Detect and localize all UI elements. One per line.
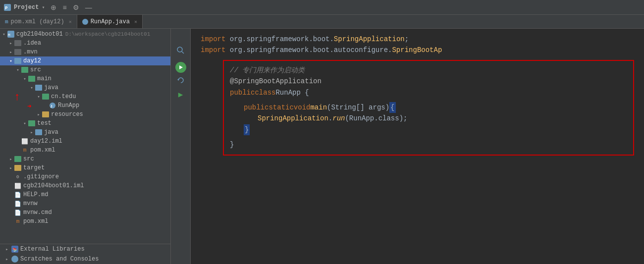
run-arrow-btn[interactable]: ▶ xyxy=(178,90,183,100)
minimize-btn[interactable]: — xyxy=(84,3,93,11)
tree-item-java[interactable]: ▾ java xyxy=(0,83,170,92)
java-icon xyxy=(82,19,88,25)
tree-item-main[interactable]: ▾ main xyxy=(0,74,170,83)
tree-item-mvnwcmd[interactable]: ▸ 📄 mvnw.cmd xyxy=(0,208,170,217)
pom-icon: m xyxy=(5,19,8,25)
rerun-button[interactable] xyxy=(176,76,185,85)
dot-text: . xyxy=(328,113,332,124)
tree-item-test[interactable]: ▾ test xyxy=(0,119,170,128)
title-bar: P Project ▾ ⊕ ≡ ⚙ — xyxy=(0,0,644,15)
tab-runapp[interactable]: RunApp.java ✕ xyxy=(77,15,143,28)
expand-all-btn[interactable]: ≡ xyxy=(61,3,67,11)
tab-pom-close[interactable]: ✕ xyxy=(69,19,72,25)
tree-item-target[interactable]: ▸ target xyxy=(0,163,170,172)
pom2-icon: m xyxy=(14,217,22,225)
editor-content: import org.springframework.boot.SpringAp… xyxy=(191,29,644,163)
gitignore-label: .gitignore xyxy=(23,173,59,180)
tree-item-root[interactable]: ▾ M cgb2104boot01 D:\workspace\cgb2104bo… xyxy=(0,30,170,39)
tree-item-pom2[interactable]: ▸ m pom.xml xyxy=(0,217,170,226)
tab-bar: m pom.xml (day12) ✕ RunApp.java ✕ xyxy=(0,15,644,29)
close-brace1-text: } xyxy=(244,124,250,135)
target-label: target xyxy=(23,164,45,171)
tab-pom[interactable]: m pom.xml (day12) ✕ xyxy=(0,15,77,28)
src2-arrow: ▸ xyxy=(8,157,14,162)
code-line-comment: // 专门用来作为启动类 xyxy=(230,65,627,76)
target-arrow: ▸ xyxy=(8,165,14,171)
tree-item-src[interactable]: ▾ src xyxy=(0,65,170,74)
day12-arrow: ▾ xyxy=(8,58,14,64)
sidebar-footer: ▸ 📚 External Libraries ▸ Scratches and C… xyxy=(0,244,170,264)
tree-item-cntedu[interactable]: ▾ cn.tedu ↑ xyxy=(0,92,170,101)
svg-text:M: M xyxy=(8,33,10,37)
mvn-folder-icon xyxy=(14,48,22,56)
scratches-icon xyxy=(11,256,18,263)
day12-label: day12 xyxy=(23,57,41,64)
scratches-item[interactable]: ▸ Scratches and Consoles xyxy=(0,254,170,264)
settings-btn[interactable]: ⚙ xyxy=(72,3,80,11)
mvnwcmd-label: mvnw.cmd xyxy=(23,209,52,216)
java2-folder-icon xyxy=(35,128,43,136)
day12iml-label: day12.iml xyxy=(30,138,62,145)
tree-item-runapp[interactable]: ▸ J RunApp ➜ xyxy=(0,101,170,110)
code-line-method: public static void main (String[] args) … xyxy=(230,102,627,113)
svg-point-8 xyxy=(177,47,182,52)
resources-arrow: ▸ xyxy=(36,112,42,117)
tree-item-pomxml[interactable]: ▸ m pom.xml xyxy=(0,146,170,155)
svg-line-9 xyxy=(182,52,184,53)
svg-text:📚: 📚 xyxy=(12,247,17,252)
java-label: java xyxy=(44,84,58,91)
tree-item-resources[interactable]: ▸ resources xyxy=(0,110,170,119)
external-libraries-item[interactable]: ▸ 📚 External Libraries xyxy=(0,244,170,254)
idea-label: .idea xyxy=(23,40,41,47)
resources-label: resources xyxy=(51,111,83,118)
dropdown-icon[interactable]: ▾ xyxy=(42,4,45,10)
close-brace2-text: } xyxy=(230,139,234,150)
tree-item-mvnw[interactable]: ▸ 📄 mvnw xyxy=(0,199,170,208)
pomxml-label: pom.xml xyxy=(30,147,55,154)
tab-runapp-close[interactable]: ✕ xyxy=(134,19,137,25)
run-icon xyxy=(178,65,183,70)
test-label: test xyxy=(37,120,52,127)
code-line-annotation: @SpringBootApplication xyxy=(230,76,627,87)
tree-item-java2[interactable]: ▸ java xyxy=(0,128,170,137)
tree-item-gitignore[interactable]: ▸ ⚙ .gitignore xyxy=(0,172,170,181)
java2-arrow: ▸ xyxy=(29,130,35,135)
project-tree: ▾ M cgb2104boot01 D:\workspace\cgb2104bo… xyxy=(0,29,170,244)
tree-item-idea[interactable]: ▸ .idea xyxy=(0,39,170,48)
tree-item-mvn[interactable]: ▸ .mvn xyxy=(0,48,170,56)
cgbiml-icon: ⬜ xyxy=(14,182,22,190)
root-label: cgb2104boot01 xyxy=(16,31,63,38)
tree-item-src2[interactable]: ▸ src xyxy=(0,155,170,163)
code-line-close2: } xyxy=(230,139,627,150)
code-line-empty2 xyxy=(230,135,627,139)
tree-item-cgbiml[interactable]: ▸ ⬜ cgb2104boot01.iml xyxy=(0,181,170,190)
target-folder-icon xyxy=(14,164,22,172)
code-line-import2: import org.springframework.boot.autoconf… xyxy=(201,45,634,55)
module-icon: M xyxy=(7,30,15,38)
root-path: D:\workspace\cgb2104boot01 xyxy=(65,31,151,37)
ext-libs-label: External Libraries xyxy=(20,246,85,253)
method-params-text: (String[] args) xyxy=(327,102,389,113)
tree-item-helpmd[interactable]: ▸ 📄 HELP.md xyxy=(0,190,170,199)
idea-arrow: ▸ xyxy=(8,41,14,46)
tree-item-day12iml[interactable]: ▸ ⬜ day12.iml xyxy=(0,137,170,146)
runapp-label: RunApp xyxy=(58,102,79,109)
helpmd-label: HELP.md xyxy=(23,191,48,198)
search-tool-btn[interactable] xyxy=(176,46,185,55)
open-brace: { xyxy=(389,102,395,113)
editor-area[interactable]: import org.springframework.boot.SpringAp… xyxy=(191,29,644,264)
tree-item-day12[interactable]: ▾ day12 xyxy=(0,56,170,65)
code-line-class: public class RunApp { xyxy=(230,87,627,98)
mvn-arrow: ▸ xyxy=(8,50,14,55)
run-button[interactable] xyxy=(175,62,186,73)
import2-text: import org.springframework.boot.autoconf… xyxy=(201,45,442,55)
cgbiml-label: cgb2104boot01.iml xyxy=(23,182,84,189)
code-line-close1: } xyxy=(230,124,627,135)
pomxml-icon: m xyxy=(21,146,29,154)
method-static-kw: static xyxy=(268,102,293,113)
java2-label: java xyxy=(44,129,58,136)
method-void-kw: void xyxy=(294,102,311,113)
main-folder-icon xyxy=(28,75,36,83)
add-module-btn[interactable]: ⊕ xyxy=(50,3,57,11)
scratches-label: Scratches and Consoles xyxy=(20,256,99,263)
